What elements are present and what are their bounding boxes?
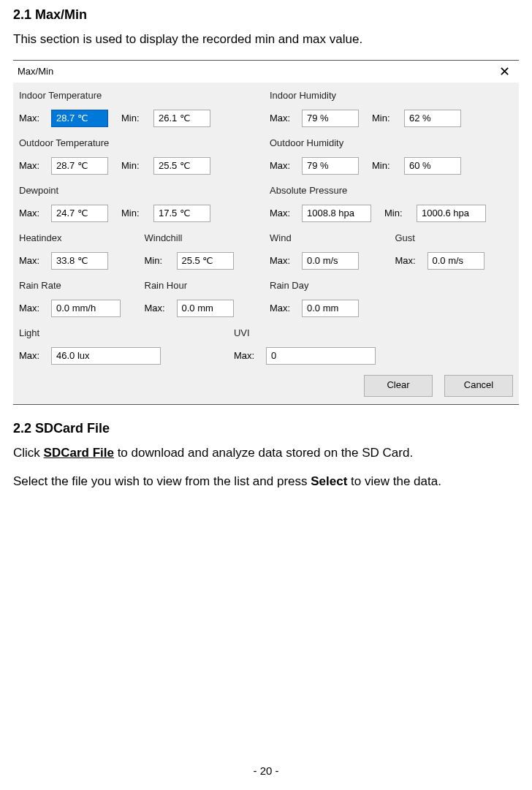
- group-title: Indoor Humidity: [270, 90, 513, 101]
- dewpoint-max-field[interactable]: 24.7 ℃: [51, 205, 108, 222]
- group-title: Outdoor Temperature: [19, 137, 262, 148]
- group-gust: Gust Max: 0.0 m/s: [395, 232, 514, 270]
- rain-day-max-field[interactable]: 0.0 mm: [302, 300, 359, 317]
- min-label: Min:: [121, 160, 146, 171]
- group-title: Outdoor Humidity: [270, 137, 513, 148]
- outdoor-hum-min-field[interactable]: 60 %: [404, 157, 461, 175]
- group-absolute-pressure: Absolute Pressure Max: 1008.8 hpa Min: 1…: [270, 185, 513, 222]
- gust-max-field[interactable]: 0.0 m/s: [428, 252, 484, 270]
- text: to download and analyze data stored on t…: [114, 446, 413, 460]
- min-label: Min:: [121, 208, 146, 219]
- group-rain-day: Rain Day Max: 0.0 mm: [270, 280, 388, 317]
- min-label: Min:: [372, 113, 397, 124]
- max-label: Max:: [19, 255, 44, 266]
- group-title: Rain Hour: [145, 280, 263, 291]
- indoor-hum-max-field[interactable]: 79 %: [302, 110, 359, 127]
- max-label: Max:: [19, 160, 44, 171]
- section-heading-sdcard: 2.2 SDCard File: [13, 421, 519, 436]
- max-label: Max:: [270, 160, 294, 171]
- group-title: UVI: [234, 327, 441, 338]
- dialog-titlebar: Max/Min ✕: [13, 61, 519, 83]
- group-title: Gust: [395, 232, 514, 243]
- dewpoint-min-field[interactable]: 17.5 ℃: [153, 205, 210, 222]
- group-title: Dewpoint: [19, 185, 262, 196]
- rain-rate-max-field[interactable]: 0.0 mm/h: [51, 300, 121, 317]
- text: Click: [13, 446, 44, 460]
- max-label: Max:: [270, 208, 294, 219]
- group-title: Windchill: [145, 232, 263, 243]
- group-dewpoint: Dewpoint Max: 24.7 ℃ Min: 17.5 ℃: [19, 185, 262, 222]
- max-label: Max:: [145, 303, 170, 314]
- group-title: Rain Day: [270, 280, 388, 291]
- dialog-body: Indoor Temperature Max: 28.7 ℃ Min: 26.1…: [13, 83, 519, 404]
- cancel-button[interactable]: Cancel: [444, 375, 513, 397]
- group-title: Absolute Pressure: [270, 185, 513, 196]
- max-label: Max:: [270, 255, 294, 266]
- max-label: Max:: [19, 208, 44, 219]
- intro-text: This section is used to display the reco…: [13, 31, 519, 48]
- max-label: Max:: [395, 255, 420, 266]
- outdoor-temp-min-field[interactable]: 25.5 ℃: [153, 157, 210, 175]
- abs-press-min-field[interactable]: 1000.6 hpa: [417, 205, 486, 222]
- group-heatindex: Heatindex Max: 33.8 ℃: [19, 232, 137, 270]
- group-title: Indoor Temperature: [19, 90, 262, 101]
- group-outdoor-humidity: Outdoor Humidity Max: 79 % Min: 60 %: [270, 137, 513, 175]
- min-label: Min:: [384, 208, 409, 219]
- group-wind: Wind Max: 0.0 m/s: [270, 232, 388, 270]
- group-title: Heatindex: [19, 232, 137, 243]
- max-label: Max:: [19, 303, 44, 314]
- text: Select the file you wish to view from th…: [13, 474, 311, 488]
- maxmin-dialog-screenshot: Max/Min ✕ Indoor Temperature Max: 28.7 ℃…: [13, 60, 519, 405]
- rain-hour-max-field[interactable]: 0.0 mm: [177, 300, 234, 317]
- max-label: Max:: [270, 113, 294, 124]
- max-label: Max:: [19, 350, 44, 361]
- indoor-hum-min-field[interactable]: 62 %: [404, 110, 461, 127]
- abs-press-max-field[interactable]: 1008.8 hpa: [302, 205, 371, 222]
- text: to view the data.: [347, 474, 441, 488]
- max-label: Max:: [270, 303, 294, 314]
- group-rain-hour: Rain Hour Max: 0.0 mm: [145, 280, 263, 317]
- max-label: Max:: [234, 350, 259, 361]
- dialog-title: Max/Min: [18, 66, 53, 77]
- outdoor-hum-max-field[interactable]: 79 %: [302, 157, 359, 175]
- select-keyword: Select: [311, 474, 347, 488]
- indoor-temp-max-field[interactable]: 28.7 ℃: [51, 110, 108, 127]
- windchill-min-field[interactable]: 25.5 ℃: [177, 252, 234, 270]
- outdoor-temp-max-field[interactable]: 28.7 ℃: [51, 157, 108, 175]
- section-heading-max-min: 2.1 Max/Min: [13, 7, 519, 23]
- group-windchill: Windchill Min: 25.5 ℃: [145, 232, 263, 270]
- sdcard-para-1: Click SDCard File to download and analyz…: [13, 445, 519, 462]
- wind-max-field[interactable]: 0.0 m/s: [302, 252, 359, 270]
- group-outdoor-temperature: Outdoor Temperature Max: 28.7 ℃ Min: 25.…: [19, 137, 262, 175]
- group-title: Wind: [270, 232, 388, 243]
- uvi-max-field[interactable]: 0: [266, 347, 376, 365]
- group-title: Rain Rate: [19, 280, 137, 291]
- sdcard-file-keyword: SDCard File: [44, 446, 114, 460]
- page-number: - 20 -: [0, 764, 532, 777]
- group-uvi: UVI Max: 0: [234, 327, 441, 365]
- light-max-field[interactable]: 46.0 lux: [51, 347, 161, 365]
- group-indoor-temperature: Indoor Temperature Max: 28.7 ℃ Min: 26.1…: [19, 90, 262, 127]
- min-label: Min:: [121, 113, 146, 124]
- min-label: Min:: [145, 255, 170, 266]
- group-rain-rate: Rain Rate Max: 0.0 mm/h: [19, 280, 137, 317]
- clear-button[interactable]: Clear: [364, 375, 433, 397]
- group-light: Light Max: 46.0 lux: [19, 327, 227, 365]
- min-label: Min:: [372, 160, 397, 171]
- group-indoor-humidity: Indoor Humidity Max: 79 % Min: 62 %: [270, 90, 513, 127]
- heatindex-max-field[interactable]: 33.8 ℃: [51, 252, 108, 270]
- close-icon[interactable]: ✕: [495, 65, 514, 78]
- group-title: Light: [19, 327, 227, 338]
- sdcard-para-2: Select the file you wish to view from th…: [13, 474, 519, 490]
- indoor-temp-min-field[interactable]: 26.1 ℃: [153, 110, 210, 127]
- max-label: Max:: [19, 113, 44, 124]
